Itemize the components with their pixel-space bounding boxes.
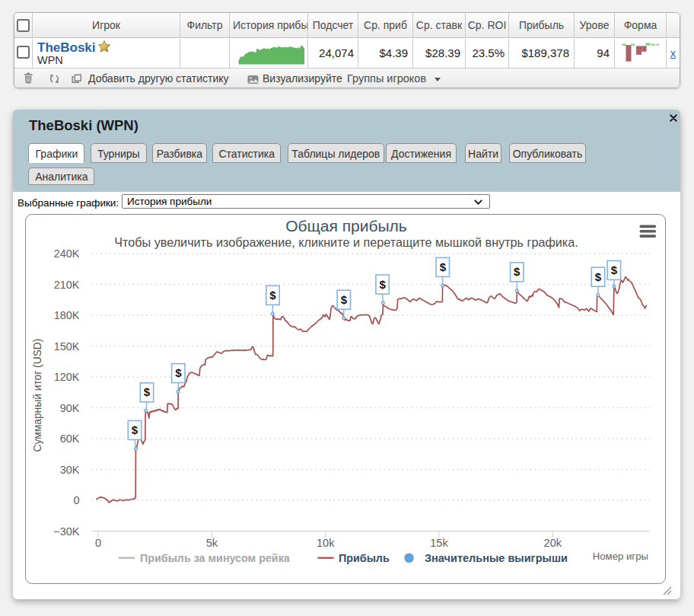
svg-text:$: $ xyxy=(440,260,447,273)
svg-text:$: $ xyxy=(611,263,618,276)
svg-text:Суммарный итог (USD): Суммарный итог (USD) xyxy=(32,339,43,452)
svg-text:Группы игроков: Группы игроков xyxy=(347,72,426,85)
svg-text:$: $ xyxy=(144,385,151,398)
svg-text:−30K: −30K xyxy=(53,525,80,538)
svg-text:Прибыль за минусом рейка: Прибыль за минусом рейка xyxy=(140,552,291,564)
svg-text:0: 0 xyxy=(73,494,79,506)
svg-text:180K: 180K xyxy=(54,309,80,321)
svg-text:$: $ xyxy=(595,270,602,283)
svg-text:30K: 30K xyxy=(60,464,80,476)
svg-text:20k: 20k xyxy=(544,537,562,549)
svg-text:$: $ xyxy=(269,289,276,302)
svg-text:Прибыль: Прибыль xyxy=(339,552,390,564)
svg-text:10k: 10k xyxy=(317,537,335,549)
svg-text:5k: 5k xyxy=(206,537,218,549)
svg-text:$: $ xyxy=(132,423,138,436)
svg-text:$: $ xyxy=(514,265,520,278)
svg-text:150K: 150K xyxy=(54,340,80,353)
svg-text:Номер игры: Номер игры xyxy=(593,551,648,562)
svg-text:120K: 120K xyxy=(54,371,80,383)
svg-text:210K: 210K xyxy=(54,279,80,291)
svg-text:Общая прибыль: Общая прибыль xyxy=(285,217,407,235)
svg-text:$: $ xyxy=(379,278,386,291)
svg-text:Добавить другую статистику: Добавить другую статистику xyxy=(88,72,229,85)
svg-text:Значительные выигрыши: Значительные выигрыши xyxy=(425,552,568,564)
svg-text:0: 0 xyxy=(95,537,101,549)
svg-text:Визуализируйте: Визуализируйте xyxy=(263,72,342,85)
svg-text:$: $ xyxy=(175,366,182,379)
svg-text:90K: 90K xyxy=(60,402,80,414)
svg-text:240K: 240K xyxy=(54,247,80,260)
svg-text:$: $ xyxy=(341,293,348,306)
svg-text:Чтобы увеличить изображение, к: Чтобы увеличить изображение, кликните и … xyxy=(114,235,578,249)
svg-text:15k: 15k xyxy=(430,537,448,549)
svg-text:60K: 60K xyxy=(60,432,80,445)
